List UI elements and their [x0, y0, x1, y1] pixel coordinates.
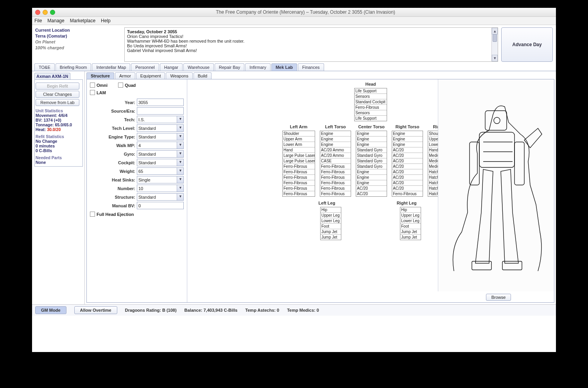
crit-slot[interactable]: Engine	[320, 131, 351, 137]
begin-refit-button[interactable]: Begin Refit	[36, 83, 79, 90]
allow-overtime-button[interactable]: Allow Overtime	[74, 306, 117, 314]
crit-slot[interactable]: Foot	[321, 224, 341, 229]
walkmp-select[interactable]: 4	[137, 142, 184, 149]
crit-slot[interactable]: AC/20	[392, 164, 423, 169]
crit-slot[interactable]: Jump Jet	[400, 229, 421, 235]
subtab-weapons[interactable]: Weapons	[166, 72, 192, 79]
manualbv-input[interactable]: 0	[137, 202, 184, 209]
quad-checkbox[interactable]: Quad	[118, 83, 136, 88]
crit-slot[interactable]: Engine	[356, 131, 387, 137]
unit-name-tab[interactable]: Axman AXM-1N	[34, 73, 70, 79]
crit-slot[interactable]: AC/20	[392, 153, 423, 158]
crit-slot[interactable]: Upper Arm	[283, 137, 315, 142]
tab-infirmary[interactable]: Infirmary	[245, 63, 271, 71]
crit-slot[interactable]: Jump Jet	[321, 235, 341, 240]
omni-checkbox[interactable]: Omni	[90, 83, 108, 88]
hsnumber-select[interactable]: 10	[137, 185, 184, 192]
crit-slot[interactable]: Life Support	[355, 88, 387, 94]
crit-slot[interactable]: Engine	[320, 142, 351, 147]
crit-slot[interactable]: Engine	[392, 142, 423, 147]
crit-slot[interactable]: AC/20	[392, 180, 423, 186]
crit-slot[interactable]: Standard Gyro	[356, 164, 387, 169]
subtab-equipment[interactable]: Equipment	[136, 72, 165, 79]
crit-slot[interactable]: Engine	[356, 180, 387, 186]
tab-repair-bay[interactable]: Repair Bay	[215, 63, 244, 71]
menu-marketplace[interactable]: Marketplace	[70, 18, 95, 23]
daily-log[interactable]: Tuesday, October 2 3055 Orion Cano impro…	[124, 27, 498, 62]
structure-select[interactable]: Standard	[137, 193, 184, 201]
tab-mek-lab[interactable]: Mek Lab	[271, 63, 297, 71]
tab-briefing-room[interactable]: Briefing Room	[56, 63, 91, 71]
crit-slot[interactable]: Engine	[356, 142, 387, 147]
subtab-structure[interactable]: Structure	[86, 72, 114, 79]
tab-interstellar-map[interactable]: Interstellar Map	[92, 63, 130, 71]
crit-slot[interactable]: Sensors	[355, 110, 387, 116]
crit-slot[interactable]: Ferro-Fibrous	[355, 105, 387, 110]
tab-warehouse[interactable]: Warehouse	[183, 63, 214, 71]
subtab-build[interactable]: Build	[194, 72, 212, 79]
crit-slot[interactable]: Engine	[356, 169, 387, 175]
crit-slot[interactable]: Ferro-Fibrous	[320, 180, 351, 186]
crit-slot[interactable]: Ferro-Fibrous	[392, 191, 423, 196]
log-scrollbar[interactable]: ▴ ▾	[491, 28, 498, 61]
tech-select[interactable]: I.S.	[137, 116, 184, 123]
clear-changes-button[interactable]: Clear Changes	[36, 91, 79, 98]
crit-slot[interactable]: AC/20	[356, 191, 387, 196]
crit-slot[interactable]: Ferro-Fibrous	[320, 191, 351, 196]
tab-finances[interactable]: Finances	[298, 63, 324, 71]
crit-slot[interactable]: Shoulder	[283, 131, 315, 137]
crit-slot[interactable]: AC/20	[392, 175, 423, 180]
crit-slot[interactable]: Large Pulse Laser	[283, 153, 315, 158]
crit-slot[interactable]: AC/20 Ammo	[320, 153, 351, 158]
crit-slot[interactable]: Ferro-Fibrous	[283, 186, 315, 191]
crit-slot[interactable]: AC/20	[392, 186, 423, 191]
lam-checkbox[interactable]: LAM	[90, 90, 106, 95]
engine-select[interactable]: Standard	[137, 133, 184, 140]
crit-slot[interactable]: Lower Leg	[400, 218, 421, 224]
scroll-thumb[interactable]	[493, 34, 497, 42]
crit-slot[interactable]: Ferro-Fibrous	[320, 175, 351, 180]
techlevel-select[interactable]: Standard	[137, 124, 184, 132]
source-input[interactable]	[137, 107, 184, 115]
crit-slot[interactable]: Standard Cockpit	[355, 99, 387, 105]
crit-slot[interactable]: Jump Jet	[321, 229, 341, 235]
crit-slot[interactable]: Ferro-Fibrous	[320, 169, 351, 175]
crit-slot[interactable]: Standard Gyro	[356, 153, 387, 158]
crit-slot[interactable]: Ferro-Fibrous	[320, 164, 351, 169]
crit-slot[interactable]: Engine	[320, 137, 351, 142]
crit-slot[interactable]: Standard Gyro	[356, 158, 387, 164]
heatsinks-select[interactable]: Single	[137, 176, 184, 183]
crit-slot[interactable]: Ferro-Fibrous	[283, 191, 315, 196]
year-input[interactable]: 3055	[137, 99, 184, 106]
crit-slot[interactable]: Large Pulse Laser	[283, 158, 315, 164]
crit-slot[interactable]: Engine	[392, 137, 423, 142]
crit-slot[interactable]: Engine	[356, 175, 387, 180]
scroll-up-icon[interactable]: ▴	[492, 28, 498, 34]
crit-slot[interactable]: AC/20	[392, 169, 423, 175]
gm-mode-button[interactable]: GM Mode	[35, 306, 66, 314]
remove-from-lab-button[interactable]: Remove from Lab	[36, 99, 79, 106]
tab-personnel[interactable]: Personnel	[131, 63, 159, 71]
tab-to-e[interactable]: TO&E	[34, 63, 55, 71]
advance-day-button[interactable]: Advance Day	[501, 27, 553, 62]
subtab-armor[interactable]: Armor	[115, 72, 135, 79]
zoom-icon[interactable]	[50, 10, 55, 15]
crit-slot[interactable]: AC/20	[356, 186, 387, 191]
crit-slot[interactable]: Hip	[321, 207, 341, 213]
crit-slot[interactable]: Ferro-Fibrous	[283, 180, 315, 186]
crit-slot[interactable]: Hip	[400, 207, 421, 213]
crit-slot[interactable]: AC/20	[392, 158, 423, 164]
crit-slot[interactable]: CASE	[320, 158, 351, 164]
crit-slot[interactable]: AC/20	[392, 147, 423, 153]
minimize-icon[interactable]	[43, 10, 48, 15]
crit-slot[interactable]: Lower Leg	[321, 218, 341, 224]
tab-hangar[interactable]: Hangar	[160, 63, 183, 71]
cockpit-select[interactable]: Standard	[137, 159, 184, 166]
menu-file[interactable]: File	[34, 18, 42, 23]
crit-slot[interactable]: Hand	[283, 147, 315, 153]
close-icon[interactable]	[35, 10, 40, 15]
crit-slot[interactable]: Engine	[356, 137, 387, 142]
scroll-down-icon[interactable]: ▾	[492, 55, 498, 61]
crit-slot[interactable]: Ferro-Fibrous	[320, 186, 351, 191]
crit-slot[interactable]: Life Support	[355, 116, 387, 121]
